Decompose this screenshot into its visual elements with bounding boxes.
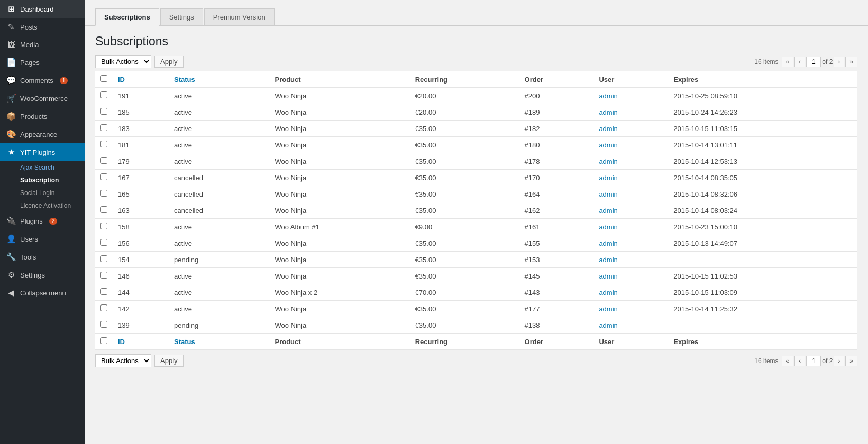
apply-button-bottom[interactable]: Apply	[154, 355, 184, 367]
row-user-link[interactable]: admin	[599, 108, 617, 116]
row-order: #153	[519, 252, 594, 268]
row-checkbox[interactable]	[100, 108, 107, 115]
row-user-link[interactable]: admin	[599, 272, 617, 280]
bulk-actions-select-bottom[interactable]: Bulk Actions	[95, 354, 151, 367]
row-user-link[interactable]: admin	[599, 239, 617, 247]
tab-settings[interactable]: Settings	[160, 8, 203, 25]
sidebar-item-pages[interactable]: 📄 Pages	[0, 53, 85, 71]
col-status-footer[interactable]: Status	[169, 334, 269, 350]
sidebar-item-posts[interactable]: ✎ Posts	[0, 18, 85, 36]
sidebar-item-dashboard[interactable]: ⊞ Dashboard	[0, 0, 85, 18]
row-order: #138	[519, 317, 594, 334]
row-status: active	[169, 235, 269, 252]
sidebar-subitem-licence-activation[interactable]: Licence Activation	[0, 199, 85, 212]
row-checkbox[interactable]	[100, 141, 107, 147]
sidebar-item-media[interactable]: 🖼 Media	[0, 36, 85, 53]
row-user-link[interactable]: admin	[599, 125, 617, 133]
table-controls-bottom: Bulk Actions Apply 16 items « ‹ of 2 › »	[95, 354, 857, 367]
row-id: 183	[113, 121, 169, 137]
row-checkbox[interactable]	[100, 91, 107, 98]
sidebar-item-comments[interactable]: 💬 Comments 1	[0, 71, 85, 89]
table-row: 167cancelledWoo Ninja€35.00#170admin2015…	[95, 170, 857, 186]
col-expires-footer: Expires	[668, 334, 857, 350]
row-user-link[interactable]: admin	[599, 289, 617, 297]
row-status: cancelled	[169, 186, 269, 202]
page-number-input-top[interactable]	[806, 57, 821, 67]
row-user-link[interactable]: admin	[599, 256, 617, 264]
row-product: Woo Ninja	[269, 88, 409, 104]
row-product: Woo Ninja	[269, 317, 409, 334]
row-checkbox-cell	[95, 202, 113, 219]
row-checkbox[interactable]	[100, 304, 107, 311]
pagination-last-top[interactable]: »	[845, 57, 857, 67]
row-user-link[interactable]: admin	[599, 207, 617, 215]
col-status[interactable]: Status	[169, 71, 269, 88]
select-all-checkbox[interactable]	[100, 75, 107, 82]
sidebar-item-woocommerce[interactable]: 🛒 WooCommerce	[0, 89, 85, 107]
tab-premium-version[interactable]: Premium Version	[204, 8, 275, 25]
row-checkbox[interactable]	[100, 206, 107, 213]
sidebar-item-collapse[interactable]: ◀ Collapse menu	[0, 284, 85, 302]
row-user-link[interactable]: admin	[599, 92, 617, 100]
col-id-footer[interactable]: ID	[113, 334, 169, 350]
row-checkbox[interactable]	[100, 173, 107, 180]
bulk-actions-select-top[interactable]: Bulk Actions	[95, 55, 151, 68]
row-user-link[interactable]: admin	[599, 223, 617, 231]
apply-button-top[interactable]: Apply	[154, 56, 184, 68]
sidebar-item-appearance[interactable]: 🎨 Appearance	[0, 125, 85, 143]
row-expires	[668, 317, 857, 334]
pagination-next-top[interactable]: ›	[834, 57, 844, 67]
row-checkbox[interactable]	[100, 255, 107, 262]
sidebar-subitem-subscription[interactable]: Subscription	[0, 174, 85, 187]
row-checkbox[interactable]	[100, 157, 107, 164]
sidebar-item-yit-plugins[interactable]: ★ YIT Plugins	[0, 143, 85, 161]
row-checkbox-cell	[95, 170, 113, 186]
pagination-prev-top[interactable]: ‹	[794, 57, 805, 67]
row-product: Woo Ninja	[269, 153, 409, 170]
sidebar-item-tools[interactable]: 🔧 Tools	[0, 248, 85, 266]
sidebar-item-label: Products	[20, 113, 47, 121]
table-row: 158activeWoo Album #1€9.00#161admin2015-…	[95, 219, 857, 235]
sidebar-item-plugins[interactable]: 🔌 Plugins 2	[0, 212, 85, 230]
sidebar-subitem-social-login[interactable]: Social Login	[0, 187, 85, 199]
row-user-link[interactable]: admin	[599, 305, 617, 313]
row-checkbox[interactable]	[100, 272, 107, 279]
sidebar-item-settings[interactable]: ⚙ Settings	[0, 266, 85, 284]
col-id[interactable]: ID	[113, 71, 169, 88]
pagination-prev-bottom[interactable]: ‹	[794, 356, 805, 366]
row-checkbox[interactable]	[100, 239, 107, 246]
sidebar-item-users[interactable]: 👤 Users	[0, 230, 85, 248]
row-id: 179	[113, 153, 169, 170]
row-checkbox[interactable]	[100, 321, 107, 328]
pagination-next-bottom[interactable]: ›	[834, 356, 844, 366]
pagination-first-bottom[interactable]: «	[782, 356, 794, 366]
row-expires: 2015-10-14 13:01:11	[668, 137, 857, 153]
row-user-link[interactable]: admin	[599, 174, 617, 182]
pagination-last-bottom[interactable]: »	[845, 356, 857, 366]
col-recurring: Recurring	[410, 71, 519, 88]
row-recurring: €35.00	[410, 170, 519, 186]
sidebar-item-label: Appearance	[20, 131, 57, 138]
page-number-input-bottom[interactable]	[806, 356, 821, 366]
pagination-controls-top: « ‹ of 2 › »	[782, 57, 857, 67]
row-order: #200	[519, 88, 594, 104]
row-user-link[interactable]: admin	[599, 321, 617, 329]
sidebar-item-products[interactable]: 📦 Products	[0, 107, 85, 125]
row-checkbox[interactable]	[100, 223, 107, 229]
tab-subscriptions[interactable]: Subscriptions	[95, 8, 159, 26]
sidebar-item-label: Tools	[20, 253, 36, 261]
table-row: 146activeWoo Ninja€35.00#145admin2015-10…	[95, 268, 857, 284]
row-checkbox[interactable]	[100, 124, 107, 131]
row-user-link[interactable]: admin	[599, 158, 617, 165]
pagination-first-top[interactable]: «	[782, 57, 794, 67]
row-id: 154	[113, 252, 169, 268]
row-user-link[interactable]: admin	[599, 141, 617, 149]
select-all-checkbox-footer[interactable]	[100, 337, 107, 344]
row-recurring: €70.00	[410, 284, 519, 301]
row-user-link[interactable]: admin	[599, 190, 617, 198]
row-checkbox[interactable]	[100, 190, 107, 197]
sidebar-subitem-ajax-search[interactable]: Ajax Search	[0, 161, 85, 174]
row-checkbox[interactable]	[100, 288, 107, 295]
plugins-badge: 2	[49, 218, 58, 225]
table-row: 181activeWoo Ninja€35.00#180admin2015-10…	[95, 137, 857, 153]
